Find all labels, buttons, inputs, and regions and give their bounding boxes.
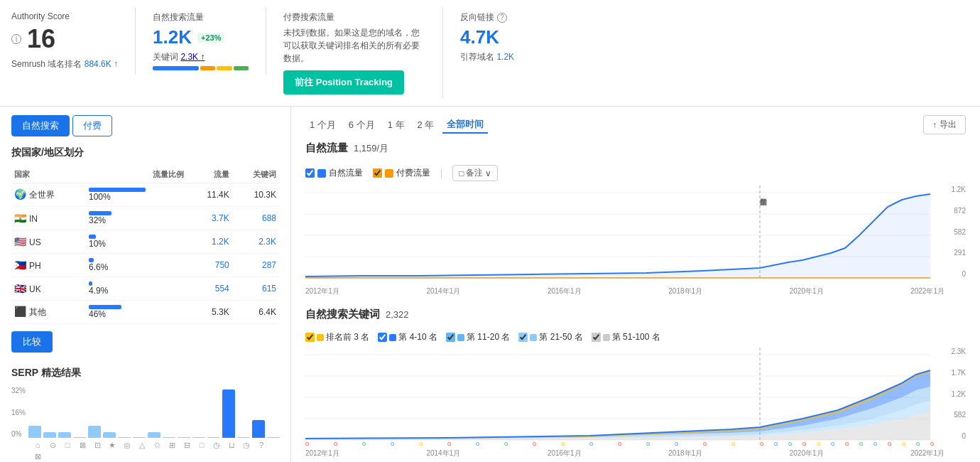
serp-bar (103, 432, 116, 439)
kw-legend-item[interactable]: 第 21-50 名 (518, 331, 582, 343)
x-label: 2022年1月 (910, 286, 944, 296)
backlinks-block: 反向链接 ? 4.7K 引荐域名 1.2K (460, 7, 574, 68)
x-label: 2018年1月 (668, 286, 702, 296)
serp-icon: ⌂ (31, 441, 44, 450)
chart-legend: 自然流量 付费流量 | □ 备注 ∨ (305, 165, 966, 181)
time-btn-4[interactable]: 全部时间 (442, 117, 488, 134)
traffic-bar-cell: 10% (86, 230, 187, 254)
serp-icon: ⊞ (165, 441, 178, 450)
position-tracking-btn[interactable]: 前往 Position Tracking (283, 70, 404, 95)
svg-text:G: G (788, 441, 792, 446)
serp-bar (192, 437, 205, 438)
x-label: 2016年1月 (548, 286, 582, 296)
top-metrics-bar: Authority Score i 16 Semrush 域名排名 884.6K… (0, 0, 980, 107)
time-btn-3[interactable]: 2 年 (413, 117, 439, 134)
col-traffic-pct: 流量比例 (86, 166, 187, 183)
keywords-value: 10.3K (232, 183, 279, 207)
svg-text:G: G (859, 441, 863, 446)
export-button[interactable]: ↑ 导出 (923, 115, 966, 134)
backlinks-label: 反向链接 ? (460, 11, 557, 23)
authority-score-label: Authority Score (11, 11, 118, 21)
serp-icon: ⊠ (76, 441, 89, 450)
serp-bar (207, 437, 220, 438)
serp-y-0: 0% (11, 430, 26, 438)
legend-organic-check[interactable] (305, 168, 315, 178)
svg-text:G: G (930, 441, 934, 446)
x-label: 2012年1月 (305, 448, 339, 458)
keywords-value[interactable]: 615 (232, 277, 279, 301)
kw-legend-item[interactable]: 第 51-100 名 (592, 331, 660, 343)
pb-blue (153, 66, 199, 70)
serp-bar (88, 426, 101, 438)
legend-paid-check[interactable] (373, 168, 382, 178)
traffic-value[interactable]: 1.2K (187, 230, 232, 254)
x-label: 2014年1月 (426, 286, 460, 296)
keywords-value[interactable]: 287 (232, 254, 279, 277)
referral-domains-link[interactable]: 1.2K (496, 52, 514, 62)
organic-y-labels: 1.2K 872 582 291 0 (951, 186, 966, 278)
svg-text:G: G (419, 441, 423, 446)
notes-button[interactable]: □ 备注 ∨ (452, 165, 498, 181)
keywords-value[interactable]: 2.3K (232, 230, 279, 254)
svg-text:G: G (675, 441, 678, 446)
semrush-rank-link[interactable]: 884.6K ↑ (85, 59, 118, 69)
svg-text:G: G (305, 441, 309, 446)
table-row: 🌍全世界 100% 11.4K 10.3K (11, 183, 279, 207)
authority-score-block: Authority Score i 16 Semrush 域名排名 884.6K… (11, 7, 136, 75)
backlinks-value: 4.7K (460, 26, 557, 48)
x-label: 2012年1月 (305, 286, 339, 296)
legend-organic-dot (317, 169, 326, 178)
serp-section: SERP 精选结果 32% 16% 0% ⌂⊙□⊠⊡★◎△✩⊞⊟□◷⊔◷?⊠ (11, 367, 279, 461)
svg-marker-6 (305, 194, 930, 278)
paid-traffic-label: 付费搜索流量 (283, 11, 425, 23)
traffic-bar-cell: 4.9% (86, 277, 187, 301)
traffic-value: 5.3K (187, 301, 232, 324)
svg-text:G: G (831, 441, 834, 446)
traffic-bar-cell: 6.6% (86, 254, 187, 277)
svg-text:G: G (618, 441, 621, 446)
keywords-value[interactable]: 688 (232, 207, 279, 230)
traffic-value[interactable]: 750 (187, 254, 232, 277)
serp-bar (163, 437, 175, 438)
organic-traffic-block: 自然搜索流量 1.2K +23% 关键词 2.3K ↑ (153, 7, 266, 75)
tab-paid[interactable]: 付费 (72, 115, 112, 136)
traffic-value[interactable]: 3.7K (187, 207, 232, 230)
authority-info-icon[interactable]: i (11, 34, 21, 44)
serp-bar (118, 437, 131, 438)
serp-bar (237, 437, 250, 438)
svg-text:G: G (447, 441, 451, 446)
serp-bar (43, 432, 56, 439)
time-btn-0[interactable]: 1 个月 (305, 117, 340, 134)
time-btn-1[interactable]: 6 个月 (344, 117, 379, 134)
organic-x-labels: 2012年1月2014年1月2016年1月2018年1月2020年1月2022年… (305, 286, 966, 296)
pb-orange (200, 66, 216, 70)
kw-legend-item[interactable]: 第 11-20 名 (446, 331, 510, 343)
svg-text:G: G (703, 441, 707, 446)
legend-organic[interactable]: 自然流量 (305, 167, 363, 179)
svg-text:G: G (731, 441, 735, 446)
right-panel: 1 个月6 个月1 年2 年全部时间 ↑ 导出 自然流量 1,159/月 自然流… (291, 107, 980, 462)
organic-keywords-link[interactable]: 2.3K ↑ (180, 52, 205, 62)
traffic-value: 11.4K (187, 183, 232, 207)
paid-no-data: 未找到数据。如果这是您的域名，您可以获取关键词排名相关的所有必要数据。 (283, 26, 425, 65)
backlinks-info-icon[interactable]: ? (497, 13, 507, 23)
organic-traffic-label: 自然搜索流量 (153, 11, 249, 23)
tab-organic[interactable]: 自然搜索 (11, 115, 70, 136)
svg-text:G: G (334, 441, 337, 446)
pb-green (234, 66, 249, 70)
col-country: 国家 (11, 166, 86, 183)
time-btn-2[interactable]: 1 年 (383, 117, 409, 134)
country-name: 🇮🇳IN (11, 207, 86, 230)
x-label: 2022年1月 (910, 448, 944, 458)
keywords-value: 6.4K (232, 301, 279, 324)
compare-button[interactable]: 比较 (11, 331, 53, 353)
kw-legend-item[interactable]: 排名前 3 名 (305, 331, 369, 343)
serp-icon: ★ (106, 441, 119, 450)
svg-text:G: G (391, 441, 394, 446)
legend-paid-dot (385, 169, 393, 178)
country-name: 🇺🇸US (11, 230, 86, 254)
keywords-chart-section: 自然搜索关键词 2,322 排名前 3 名第 4-10 名第 11-20 名第 … (305, 308, 966, 458)
kw-legend-item[interactable]: 第 4-10 名 (378, 331, 437, 343)
traffic-value[interactable]: 554 (187, 277, 232, 301)
legend-paid[interactable]: 付费流量 (373, 167, 430, 179)
